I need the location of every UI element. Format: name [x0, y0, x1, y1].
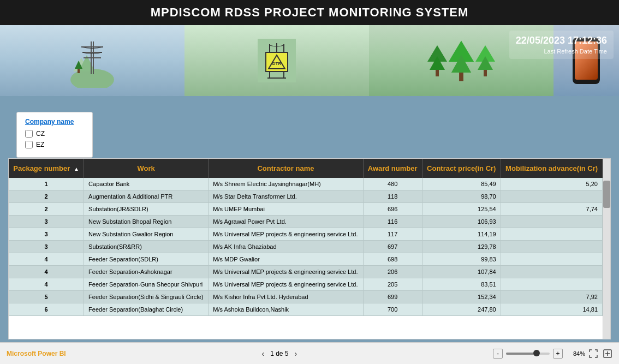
svg-rect-9 [78, 69, 80, 73]
table-body: 1Capacitor BankM/s Shreem Electric Jaysi… [9, 178, 603, 316]
zoom-plus-button[interactable]: + [553, 349, 563, 359]
cell-contract_price: 83,51 [422, 278, 501, 291]
col-label-work: Work [138, 164, 155, 172]
cell-contractor_name: M/s Star Delta Transformer Ltd. [209, 190, 363, 203]
toolbar-icons [588, 349, 612, 359]
cell-work: Feeder Separation-Guna Sheopur Shivpuri [84, 278, 209, 291]
cell-mobilization_advance: 7,92 [501, 291, 602, 303]
cell-package_number: 1 [9, 178, 84, 190]
zoom-level-display: 84% [566, 350, 585, 357]
zoom-slider-thumb[interactable] [533, 350, 540, 356]
banner-section-dtr: DTR [184, 25, 369, 96]
cell-mobilization_advance [501, 278, 602, 291]
filter-checkbox-cz[interactable] [25, 130, 33, 138]
filter-label-ez: EZ [36, 141, 44, 148]
filter-label-cz: CZ [36, 130, 45, 138]
col-header-mobilization[interactable]: Mobilization advance(in Cr) [501, 159, 602, 178]
cell-contract_price: 152,34 [422, 291, 501, 303]
cell-award_number: 117 [363, 228, 422, 241]
cell-mobilization_advance [501, 266, 602, 278]
table-row: 1Capacitor BankM/s Shreem Electric Jaysi… [9, 178, 603, 190]
cell-contractor_name: M/s Kishor Infra Pvt Ltd. Hyderabad [209, 291, 363, 303]
cell-work: Feeder Separation(SDLR) [84, 253, 209, 266]
col-header-contractor[interactable]: Contractor name [209, 159, 363, 178]
pagination: ‹ 1 de 5 › [259, 348, 300, 359]
cell-award_number: 206 [363, 266, 422, 278]
col-label-award: Award number [368, 164, 418, 172]
cell-work: Substation(JR&SDLR) [84, 203, 209, 216]
app-header: MPDISCOM RDSS PROJECT MONITORING SYSTEM [0, 0, 619, 25]
cell-contract_price: 129,78 [422, 241, 501, 253]
fullscreen-icon[interactable] [588, 349, 598, 359]
cell-contractor_name: M/s Universal MEP projects & engineering… [209, 266, 363, 278]
cell-contract_price: 85,49 [422, 178, 501, 190]
tree-group [427, 45, 495, 76]
col-header-award[interactable]: Award number [363, 159, 422, 178]
cell-award_number: 116 [363, 216, 422, 228]
datetime-box: 22/05/2023 17:12:36 Last Refresh Date Ti… [509, 31, 614, 59]
scrollbar-thumb[interactable] [603, 181, 610, 208]
tree-1 [427, 45, 447, 76]
cell-award_number: 698 [363, 253, 422, 266]
table-scrollbar[interactable] [603, 159, 610, 339]
cell-work: Capacitor Bank [84, 178, 209, 190]
filter-item-cz[interactable]: CZ [25, 130, 84, 138]
cell-work: Substation(SR&RR) [84, 241, 209, 253]
cell-contractor_name: M/s Ashoka Buildcon,Nashik [209, 303, 363, 316]
svg-rect-10 [70, 33, 114, 58]
svg-point-0 [70, 69, 114, 88]
table-row: 3New Substation Gwalior RegionM/s Univer… [9, 228, 603, 241]
cell-contract_price: 107,84 [422, 266, 501, 278]
pagination-prev[interactable]: ‹ [259, 348, 267, 359]
table-container: Package number ▲ Work Contractor name Aw… [8, 158, 611, 339]
cell-mobilization_advance [501, 216, 602, 228]
cell-award_number: 697 [363, 241, 422, 253]
zoom-slider-fill [506, 353, 537, 355]
col-header-contract-price[interactable]: Contract price(in Cr) [422, 159, 501, 178]
cell-contract_price: 125,54 [422, 203, 501, 216]
filter-panel: Company name CZ EZ [16, 112, 93, 158]
cell-work: New Substation Gwalior Region [84, 228, 209, 241]
table-row: 3New Substation Bhopal RegionM/s Agrawal… [9, 216, 603, 228]
pagination-next[interactable]: › [292, 348, 300, 359]
table-row: 2Augmentation & Additional PTRM/s Star D… [9, 190, 603, 203]
filter-item-ez[interactable]: EZ [25, 141, 84, 148]
table-row: 3Substation(SR&RR)M/s AK Infra Ghaziabad… [9, 241, 603, 253]
pagination-current: 1 de 5 [270, 350, 288, 357]
cell-mobilization_advance [501, 190, 602, 203]
cell-mobilization_advance: 5,20 [501, 178, 602, 190]
col-label-package: Package number [13, 164, 70, 172]
cell-mobilization_advance [501, 228, 602, 241]
table-header-row: Package number ▲ Work Contractor name Aw… [9, 159, 603, 178]
cell-contractor_name: M/s Universal MEP projects & engineering… [209, 228, 363, 241]
cell-contractor_name: M/s MDP Gwalior [209, 253, 363, 266]
table-row: 4Feeder Separation-Guna Sheopur Shivpuri… [9, 278, 603, 291]
cell-contract_price: 106,93 [422, 216, 501, 228]
page-separator: de [276, 350, 285, 357]
cell-contract_price: 99,83 [422, 253, 501, 266]
zoom-controls: - + 84% [493, 349, 612, 359]
cell-mobilization_advance [501, 253, 602, 266]
cell-package_number: 2 [9, 203, 84, 216]
filter-checkbox-ez[interactable] [25, 141, 33, 148]
zoom-minus-button[interactable]: - [493, 349, 503, 359]
cell-package_number: 2 [9, 190, 84, 203]
cell-work: Feeder Separation(Balaghat Circle) [84, 303, 209, 316]
cell-package_number: 3 [9, 216, 84, 228]
cell-package_number: 4 [9, 253, 84, 266]
zoom-slider[interactable] [506, 353, 550, 355]
cell-package_number: 4 [9, 278, 84, 291]
cell-package_number: 3 [9, 241, 84, 253]
cell-package_number: 4 [9, 266, 84, 278]
cell-work: Feeder Separation-Ashoknagar [84, 266, 209, 278]
cell-award_number: 696 [363, 203, 422, 216]
col-header-work[interactable]: Work [84, 159, 209, 178]
cell-mobilization_advance [501, 241, 602, 253]
expand-icon[interactable] [603, 349, 612, 359]
powerbi-link[interactable]: Microsoft Power BI [7, 350, 66, 357]
col-header-package[interactable]: Package number ▲ [9, 159, 84, 178]
cell-mobilization_advance: 7,74 [501, 203, 602, 216]
table-row: 4Feeder Separation(SDLR)M/s MDP Gwalior6… [9, 253, 603, 266]
app-title: MPDISCOM RDSS PROJECT MONITORING SYSTEM [151, 5, 469, 19]
cell-award_number: 205 [363, 278, 422, 291]
